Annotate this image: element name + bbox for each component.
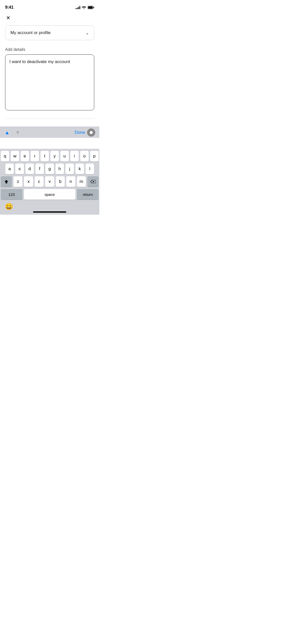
key-a[interactable]: a: [5, 164, 14, 174]
key-shift[interactable]: [1, 176, 12, 187]
key-x[interactable]: x: [24, 176, 33, 187]
key-z[interactable]: z: [13, 176, 22, 187]
status-bar: 9:41: [0, 0, 99, 11]
key-w[interactable]: w: [11, 151, 19, 162]
key-e[interactable]: e: [21, 151, 29, 162]
toolbar-done-area: Done: [75, 128, 95, 137]
keyboard-bottom-bar: 😀: [1, 202, 99, 211]
key-k[interactable]: k: [75, 164, 84, 174]
key-g[interactable]: g: [45, 164, 54, 174]
header: ✕: [0, 11, 99, 23]
key-d[interactable]: d: [25, 164, 34, 174]
status-icons: [76, 6, 94, 9]
signal-icon: [76, 6, 80, 9]
key-l[interactable]: l: [86, 164, 94, 174]
key-u[interactable]: u: [60, 151, 69, 162]
emoji-button[interactable]: 😀: [5, 203, 13, 210]
key-q[interactable]: q: [1, 151, 9, 162]
key-p[interactable]: p: [90, 151, 99, 162]
chevron-down-icon: ⌄: [86, 31, 89, 35]
key-y[interactable]: y: [50, 151, 59, 162]
toolbar-nav: ▲ ▼: [4, 129, 21, 136]
key-b[interactable]: b: [56, 176, 65, 187]
keyboard-row-3: z x c v b n m: [1, 176, 99, 187]
mic-icon: [90, 131, 93, 134]
home-indicator: [33, 211, 66, 213]
details-textarea[interactable]: I want to deactivate my account: [5, 54, 94, 110]
keyboard-row-2: a s d f g h j k l: [1, 164, 99, 174]
key-h[interactable]: h: [56, 164, 64, 174]
toolbar-down-button[interactable]: ▼: [15, 129, 21, 136]
toolbar-up-button[interactable]: ▲: [4, 129, 10, 136]
keyboard: q w e r t y u i o p a s d f g h j k l z …: [0, 149, 99, 215]
key-delete[interactable]: [87, 176, 99, 187]
wifi-icon: [82, 6, 86, 9]
key-c[interactable]: c: [35, 176, 44, 187]
add-details-section: Add details I want to deactivate my acco…: [0, 40, 99, 111]
key-numbers[interactable]: 123: [1, 189, 22, 200]
svg-rect-2: [88, 6, 93, 9]
key-space[interactable]: space: [24, 189, 76, 200]
key-m[interactable]: m: [77, 176, 86, 187]
key-v[interactable]: v: [45, 176, 54, 187]
add-details-label: Add details: [5, 47, 94, 52]
close-button[interactable]: ✕: [5, 14, 11, 21]
status-time: 9:41: [5, 5, 13, 10]
keyboard-toolbar: ▲ ▼ Done: [0, 127, 99, 138]
dropdown-selected-value: My account or profile: [10, 30, 51, 35]
svg-rect-1: [93, 7, 94, 8]
key-t[interactable]: t: [40, 151, 49, 162]
key-s[interactable]: s: [15, 164, 24, 174]
battery-icon: [88, 6, 94, 9]
toolbar-mic-button[interactable]: [87, 128, 95, 137]
category-dropdown[interactable]: My account or profile ⌄: [5, 25, 94, 40]
dropdown-container: My account or profile ⌄: [5, 25, 94, 40]
toolbar-done-button[interactable]: Done: [75, 130, 85, 135]
key-o[interactable]: o: [80, 151, 89, 162]
key-j[interactable]: j: [65, 164, 74, 174]
key-r[interactable]: r: [31, 151, 39, 162]
key-f[interactable]: f: [35, 164, 44, 174]
key-n[interactable]: n: [66, 176, 75, 187]
key-i[interactable]: i: [70, 151, 79, 162]
keyboard-row-1: q w e r t y u i o p: [1, 151, 99, 162]
key-return[interactable]: return: [77, 189, 99, 200]
keyboard-row-4: 123 space return: [1, 189, 99, 200]
